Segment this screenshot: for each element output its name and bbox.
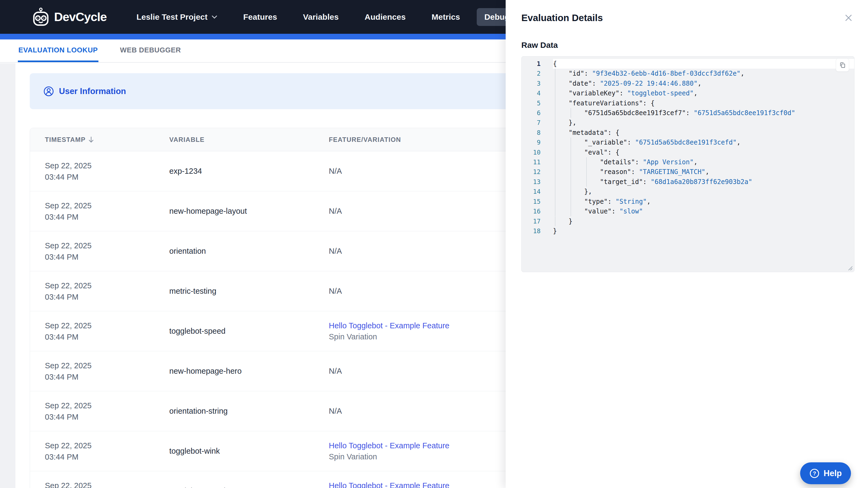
column-header-timestamp[interactable]: TIMESTAMP	[30, 136, 169, 143]
tab-web-debugger[interactable]: WEB DEBUGGER	[120, 39, 181, 62]
feature-link[interactable]: Hello Togglebot - Example Feature	[329, 320, 522, 331]
table-row[interactable]: Sep 22, 202503:44 PMtogglebot-winkHello …	[30, 431, 522, 471]
table-row[interactable]: Sep 22, 202503:44 PMtogglebot-speedHello…	[30, 471, 522, 488]
table-row[interactable]: Sep 22, 202503:44 PMmetric-testingN/A	[30, 271, 522, 311]
indent-guide	[553, 98, 569, 108]
code-line: 9"_variable": "6751d5a65bdc8ee191f3cefd"…	[522, 137, 854, 147]
column-header-variable[interactable]: VARIABLE	[169, 136, 329, 143]
code-segment: ,	[698, 80, 702, 87]
code-segment: "value"	[584, 207, 612, 215]
code-line: 15"type": "String",	[522, 197, 854, 206]
code-segment: "metadata"	[569, 129, 608, 136]
code-line: 5"featureVariations": {	[522, 98, 854, 108]
code-text: "reason": "TARGETING_MATCH",	[553, 167, 854, 177]
timestamp-time: 03:44 PM	[45, 291, 169, 303]
code-line: 3"date": "2025-09-22 19:44:46.880",	[522, 78, 854, 88]
code-segment: "_variable"	[584, 139, 627, 146]
copy-button[interactable]	[836, 58, 849, 72]
code-text: "type": "String",	[553, 197, 854, 206]
table-row[interactable]: Sep 22, 202503:44 PMorientation-stringN/…	[30, 391, 522, 431]
code-text: "_variable": "6751d5a65bdc8ee191f3cefd",	[553, 137, 854, 147]
code-segment: "target_id"	[600, 178, 643, 186]
variation-label: Spin Variation	[329, 331, 522, 343]
variable-cell: new-homepage-hero	[169, 367, 329, 376]
code-segment: {	[553, 60, 557, 68]
feature-link[interactable]: Hello Togglebot - Example Feature	[329, 480, 522, 488]
devcycle-robot-icon	[32, 7, 50, 27]
user-information-section[interactable]: User Information	[30, 73, 514, 109]
line-number: 8	[522, 128, 540, 137]
brand-logo[interactable]: DevCycle	[32, 7, 107, 27]
line-number: 13	[522, 177, 540, 187]
line-number: 15	[522, 197, 540, 206]
code-lines: 1{2"id": "9f3e4b32-6ebb-4d16-8bef-03dccf…	[522, 59, 854, 236]
feature-variation-cell: Hello Togglebot - Example FeatureSpin Va…	[329, 440, 522, 462]
nav-item-audiences[interactable]: Audiences	[365, 12, 406, 22]
nav-item-features[interactable]: Features	[243, 12, 277, 22]
close-panel-button[interactable]	[843, 12, 855, 24]
question-circle-icon: ?	[809, 468, 819, 479]
table-row[interactable]: Sep 22, 202503:44 PMnew-homepage-heroN/A	[30, 351, 522, 391]
indent-guide	[569, 187, 584, 196]
line-number: 2	[522, 69, 540, 78]
line-number: 9	[522, 137, 540, 147]
indent-guide	[553, 187, 569, 196]
code-segment: :	[635, 158, 643, 166]
variable-cell: orientation-string	[169, 407, 329, 416]
indent-guide	[584, 167, 600, 177]
nav-item-variables[interactable]: Variables	[303, 12, 339, 22]
feature-variation-cell: N/A	[329, 367, 522, 376]
evaluation-table: TIMESTAMP VARIABLE FEATURE/VARIATION Sep…	[30, 128, 522, 488]
nav-links: FeaturesVariablesAudiencesMetrics	[243, 12, 460, 22]
feature-variation-cell: Hello Togglebot - Example FeatureSpin Va…	[329, 320, 522, 343]
table-row[interactable]: Sep 22, 202503:44 PMnew-homepage-layoutN…	[30, 191, 522, 231]
timestamp-cell: Sep 22, 202503:44 PM	[30, 440, 169, 463]
indent-guide	[553, 88, 569, 98]
feature-variation-cell: N/A	[329, 407, 522, 416]
timestamp-date: Sep 22, 2025	[45, 320, 169, 331]
code-segment: ,	[647, 198, 651, 205]
code-text: "date": "2025-09-22 19:44:46.880",	[553, 78, 854, 88]
code-segment: ,	[693, 158, 698, 166]
code-segment: "6751d5a65bdc8ee191f3cef7"	[584, 109, 686, 117]
column-header-feature-variation[interactable]: FEATURE/VARIATION	[329, 136, 522, 143]
code-segment: },	[569, 119, 577, 126]
code-segment: }	[553, 227, 557, 235]
code-segment: : {	[608, 149, 619, 156]
svg-text:?: ?	[813, 470, 816, 476]
feature-link[interactable]: Hello Togglebot - Example Feature	[329, 440, 522, 451]
timestamp-cell: Sep 22, 202503:44 PM	[30, 280, 169, 303]
tab-evaluation-lookup[interactable]: EVALUATION LOOKUP	[18, 39, 98, 62]
code-segment: "togglebot-speed"	[627, 90, 694, 97]
table-row[interactable]: Sep 22, 202503:44 PMexp-1234N/A	[30, 151, 522, 191]
code-text: "eval": {	[553, 148, 854, 157]
code-segment: :	[608, 198, 615, 205]
timestamp-time: 03:44 PM	[45, 211, 169, 223]
code-line: 4"variableKey": "togglebot-speed",	[522, 88, 854, 98]
code-segment: "TARGETING_MATCH"	[639, 168, 706, 176]
indent-guide	[553, 108, 569, 118]
line-number: 11	[522, 157, 540, 167]
raw-data-heading: Raw Data	[521, 40, 868, 50]
timestamp-cell: Sep 22, 202503:44 PM	[30, 320, 169, 343]
table-row[interactable]: Sep 22, 202503:44 PMorientationN/A	[30, 231, 522, 271]
code-segment: :	[612, 207, 620, 215]
line-number: 14	[522, 187, 540, 196]
indent-guide	[569, 148, 584, 157]
code-line: 16"value": "slow"	[522, 206, 854, 216]
nav-item-metrics[interactable]: Metrics	[432, 12, 460, 22]
timestamp-date: Sep 22, 2025	[45, 160, 169, 171]
code-segment: :	[627, 139, 635, 146]
project-selector[interactable]: Leslie Test Project	[136, 12, 217, 22]
user-circle-icon	[43, 86, 54, 97]
sort-desc-icon	[88, 136, 94, 143]
code-line: 1{	[522, 59, 854, 69]
help-button[interactable]: ? Help	[800, 462, 851, 484]
timestamp-time: 03:44 PM	[45, 171, 169, 183]
indent-guide	[569, 137, 584, 147]
na-label: N/A	[329, 167, 522, 176]
raw-data-code-block[interactable]: 1{2"id": "9f3e4b32-6ebb-4d16-8bef-03dccf…	[521, 56, 855, 272]
code-segment: "String"	[615, 198, 647, 205]
table-row[interactable]: Sep 22, 202503:44 PMtogglebot-speedHello…	[30, 311, 522, 351]
resize-grip[interactable]	[847, 265, 853, 271]
